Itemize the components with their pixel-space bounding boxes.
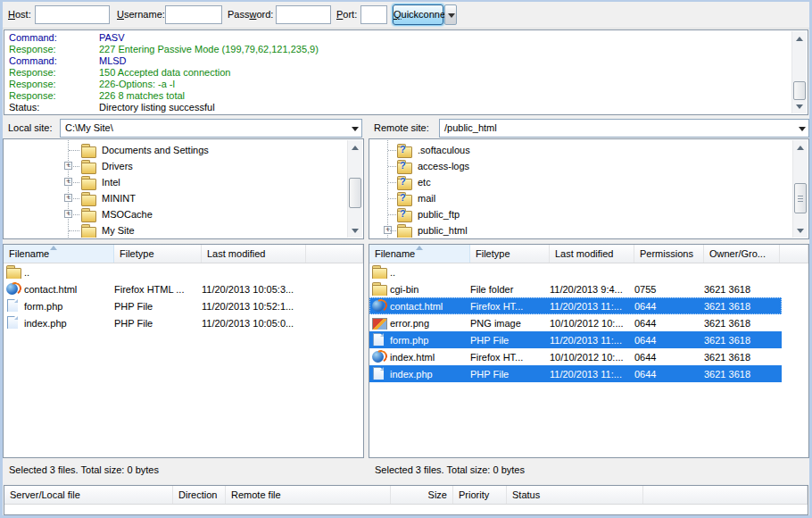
- firefox-icon: ?: [372, 299, 387, 313]
- remote-tree-scrollbar[interactable]: [792, 140, 808, 238]
- queue-header-remote-file[interactable]: Remote file: [226, 486, 391, 504]
- log-line: Status:Directory listing successful: [4, 102, 808, 113]
- tree-item-intel[interactable]: ?Intel: [4, 174, 362, 190]
- tree-item-my-site[interactable]: ?My Site: [4, 222, 362, 238]
- folder-icon: ?: [81, 144, 96, 157]
- remote-site-path: /public_html: [444, 122, 497, 133]
- scroll-up-icon[interactable]: [348, 141, 362, 155]
- remote-file-list: Filename Filetype Last modified Permissi…: [369, 244, 809, 458]
- tree-item-public-html[interactable]: ?public_html: [370, 222, 808, 238]
- column-header-filetype[interactable]: Filetype: [470, 245, 550, 263]
- local-site-path: C:\My Site\: [65, 122, 113, 133]
- file-row[interactable]: ?error.pngPNG image10/10/2012 10:...0644…: [369, 314, 782, 331]
- scrollbar-thumb[interactable]: [793, 81, 806, 100]
- username-input[interactable]: [165, 5, 222, 24]
- queue-header-status[interactable]: Status: [507, 486, 643, 504]
- column-header-filetype[interactable]: Filetype: [114, 245, 202, 263]
- firefox-icon: ?: [6, 282, 21, 296]
- host-label: Host:: [8, 9, 31, 20]
- tree-item-drivers[interactable]: ?Drivers: [4, 158, 362, 174]
- scroll-down-icon[interactable]: [348, 223, 362, 237]
- local-site-combobox[interactable]: C:\My Site\: [60, 119, 362, 138]
- local-status-bar: Selected 3 files. Total size: 0 bytes: [3, 458, 364, 482]
- log-line: Command:MLSD: [4, 55, 808, 67]
- password-label: Password:: [228, 9, 273, 20]
- queue-header-size[interactable]: Size: [391, 486, 453, 504]
- folder-icon: ?: [397, 224, 412, 238]
- firefox-icon: ?: [372, 350, 387, 363]
- quickconnect-bar: Host: Username: Password: Port: Quickcon…: [3, 2, 809, 29]
- column-header-modified[interactable]: Last modified: [202, 245, 306, 263]
- tree-item-mail[interactable]: ?mail: [370, 190, 808, 206]
- filezilla-window: Host: Username: Password: Port: Quickcon…: [3, 2, 809, 515]
- png-image-icon: ?: [372, 316, 387, 330]
- host-input[interactable]: [35, 5, 110, 24]
- folder-icon: ?: [372, 282, 387, 296]
- file-row[interactable]: ?..: [4, 263, 363, 280]
- unknown-folder-icon: ?: [397, 160, 412, 173]
- file-row[interactable]: ?form.phpPHP File11/20/2013 11:...064436…: [369, 331, 782, 348]
- remote-site-combobox[interactable]: /public_html: [439, 119, 809, 138]
- unknown-folder-icon: ?: [397, 208, 412, 221]
- scrollbar-thumb[interactable]: [349, 178, 361, 208]
- column-header-permissions[interactable]: Permissions: [634, 245, 704, 263]
- queue-header-server-local-file[interactable]: Server/Local file: [4, 486, 173, 504]
- log-scrollbar[interactable]: [791, 31, 807, 113]
- remote-tree-panel: ?.softaculous ?access-logs ?etc ?mail ?p…: [369, 138, 809, 239]
- chevron-down-icon: [799, 127, 806, 135]
- file-row[interactable]: ?index.phpPHP File11/20/2013 10:05:0...: [4, 314, 363, 331]
- queue-header-direction[interactable]: Direction: [173, 486, 226, 504]
- file-row[interactable]: ?contact.htmlFirefox HT...11/20/2013 11:…: [369, 297, 782, 314]
- scroll-up-icon[interactable]: [793, 141, 808, 155]
- scroll-down-icon[interactable]: [793, 223, 808, 237]
- log-line: Command:PASV: [4, 32, 808, 44]
- log-line: Response:226-Options: -a -l: [4, 79, 808, 90]
- file-row[interactable]: ?contact.htmlFirefox HTML ...11/20/2013 …: [4, 280, 363, 297]
- password-input[interactable]: [276, 5, 331, 24]
- column-header-owner[interactable]: Owner/Gro...: [704, 245, 780, 263]
- tree-item-etc[interactable]: ?etc: [370, 174, 808, 190]
- log-line: Response:226 8 matches total: [4, 90, 808, 102]
- file-row[interactable]: ?index.htmlFirefox HT...10/10/2012 10:..…: [369, 348, 782, 365]
- unknown-folder-icon: ?: [397, 144, 412, 157]
- tree-item-minint[interactable]: ?MININT: [4, 190, 362, 206]
- folder-icon: ?: [81, 192, 96, 205]
- port-input[interactable]: [360, 5, 387, 24]
- local-tree-panel: ?Documents and Settings ?Drivers ?Intel …: [3, 138, 364, 239]
- file-row[interactable]: ?..: [369, 263, 782, 280]
- remote-site-label: Remote site:: [374, 122, 429, 133]
- port-label: Port:: [336, 9, 357, 20]
- quickconnect-dropdown-button[interactable]: [444, 4, 457, 25]
- file-row[interactable]: ?form.phpPHP File11/20/2013 10:52:1...: [4, 297, 363, 314]
- username-label: Username:: [117, 9, 165, 20]
- folder-icon: ?: [81, 160, 96, 173]
- file-row[interactable]: ?cgi-binFile folder11/20/2013 9:4...0755…: [369, 280, 782, 297]
- queue-header-priority[interactable]: Priority: [453, 486, 507, 504]
- unknown-folder-icon: ?: [397, 192, 412, 205]
- scroll-down-icon[interactable]: [792, 99, 807, 113]
- scrollbar-thumb[interactable]: [794, 183, 807, 213]
- quickconnect-button[interactable]: Quickconnect: [393, 4, 443, 25]
- php-file-icon: ?: [372, 333, 387, 347]
- file-row[interactable]: ?index.phpPHP File11/20/2013 11:...06443…: [369, 365, 782, 382]
- message-log: Command:PASV Response:227 Entering Passi…: [4, 29, 808, 115]
- php-file-icon: ?: [6, 316, 21, 330]
- folder-icon: ?: [81, 224, 96, 238]
- log-line: Response:227 Entering Passive Mode (199,…: [4, 44, 808, 55]
- tree-item-public-ftp[interactable]: ?public_ftp: [370, 206, 808, 222]
- scroll-up-icon[interactable]: [792, 32, 807, 46]
- chevron-down-icon: [352, 127, 359, 135]
- tree-item-msocache[interactable]: ?MSOCache: [4, 206, 362, 222]
- tree-item-access-logs[interactable]: ?access-logs: [370, 158, 808, 174]
- tree-item-softaculous[interactable]: ?.softaculous: [370, 142, 808, 158]
- folder-icon: ?: [81, 208, 96, 221]
- column-header-filename[interactable]: Filename: [369, 245, 470, 263]
- unknown-folder-icon: ?: [397, 176, 412, 189]
- php-file-icon: ?: [6, 299, 21, 313]
- folder-icon: ?: [6, 265, 21, 279]
- tree-item-documents-and-settings[interactable]: ?Documents and Settings: [4, 142, 362, 158]
- local-tree-scrollbar[interactable]: [347, 140, 362, 238]
- column-header-filename[interactable]: Filename: [4, 245, 114, 263]
- column-header-modified[interactable]: Last modified: [550, 245, 634, 263]
- local-file-list: Filename Filetype Last modified ?.. ?con…: [3, 244, 364, 458]
